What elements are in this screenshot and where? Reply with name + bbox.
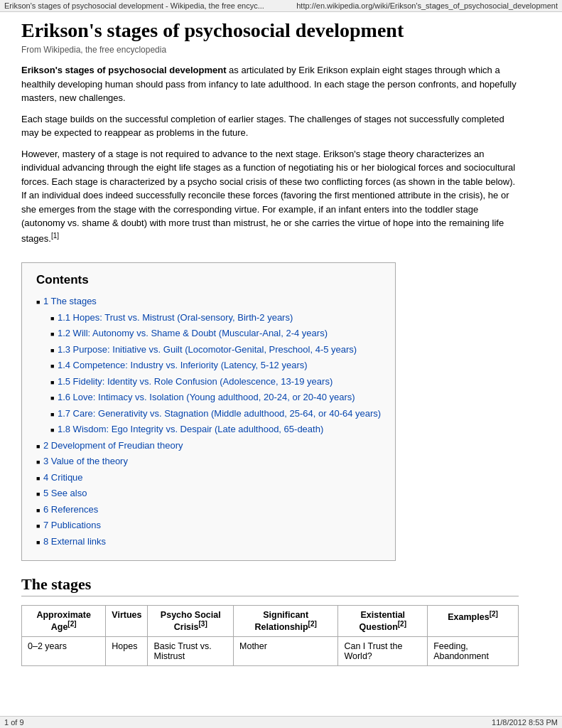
contents-heading: Contents <box>36 273 381 287</box>
browser-bar: Erikson's stages of psychosocial develop… <box>0 0 562 12</box>
contents-item: 1 The stages1.1 Hopes: Trust vs. Mistrus… <box>36 294 381 437</box>
table-header: Psycho Social Crisis[3] <box>148 606 234 637</box>
contents-item: 4 Critique <box>36 471 381 485</box>
contents-subitem: 1.8 Wisdom: Ego Integrity vs. Despair (L… <box>50 422 381 437</box>
footer-right: 11/8/2012 8:53 PM <box>492 718 558 727</box>
intro-paragraph-2: Each stage builds on the successful comp… <box>21 112 519 140</box>
contents-subitem: 1.4 Competence: Industry vs. Inferiority… <box>50 358 381 373</box>
contents-subitem: 1.1 Hopes: Trust vs. Mistrust (Oral-sens… <box>50 311 381 325</box>
main-content: Erikson's stages of psychosocial develop… <box>0 12 540 695</box>
table-cell-age: 0–2 years <box>22 637 106 666</box>
page-title: Erikson's stages of psychosocial develop… <box>21 19 519 42</box>
contents-item: 3 Value of the theory <box>36 454 381 469</box>
contents-list: 1 The stages1.1 Hopes: Trust vs. Mistrus… <box>36 294 381 548</box>
contents-box: Contents 1 The stages1.1 Hopes: Trust vs… <box>21 262 396 561</box>
contents-subitem: 1.3 Purpose: Initiative vs. Guilt (Locom… <box>50 343 381 357</box>
contents-item: 7 Publications <box>36 518 381 532</box>
table-cell-virtues: Hopes <box>106 637 148 666</box>
intro-bold-text: Erikson's stages of psychosocial develop… <box>21 65 226 75</box>
table-header: Significant Relationship[2] <box>234 606 338 637</box>
intro-paragraph-1: Erikson's stages of psychosocial develop… <box>21 63 519 105</box>
table-row: 0–2 yearsHopesBasic Trust vs. MistrustMo… <box>22 637 519 666</box>
table-cell-examples: Feeding, Abandonment <box>428 637 519 666</box>
contents-subitem: 1.7 Care: Generativity vs. Stagnation (M… <box>50 407 381 421</box>
browser-title: Erikson's stages of psychosocial develop… <box>4 1 264 10</box>
intro-paragraph-3: However, mastery of a stage is not requi… <box>21 147 519 246</box>
stages-section-heading: The stages <box>21 575 519 596</box>
browser-url: http://en.wikipedia.org/wiki/Erikson's_s… <box>296 1 558 10</box>
table-cell-crisis: Basic Trust vs. Mistrust <box>148 637 234 666</box>
table-header: Examples[2] <box>428 606 519 637</box>
contents-subitem: 1.2 Will: Autonomy vs. Shame & Doubt (Mu… <box>50 326 381 341</box>
contents-subitem: 1.6 Love: Intimacy vs. Isolation (Young … <box>50 390 381 405</box>
table-header: Existential Question[2] <box>338 606 428 637</box>
contents-item: 2 Development of Freudian theory <box>36 439 381 453</box>
page-subtitle: From Wikipedia, the free encyclopedia <box>21 45 519 55</box>
contents-item: 6 References <box>36 503 381 517</box>
footer: 1 of 9 11/8/2012 8:53 PM <box>0 716 562 728</box>
table-cell-question: Can I Trust the World? <box>338 637 428 666</box>
intro3-text: However, mastery of a stage is not requi… <box>21 149 515 244</box>
contents-subitem: 1.5 Fidelity: Identity vs. Role Confusio… <box>50 375 381 389</box>
contents-item: 5 See also <box>36 486 381 500</box>
table-header: Virtues <box>106 606 148 637</box>
table-header: Approximate Age[2] <box>22 606 106 637</box>
contents-item: 8 External links <box>36 535 381 549</box>
footer-left: 1 of 9 <box>4 718 24 727</box>
stages-table: Approximate Age[2]VirtuesPsycho Social C… <box>21 605 519 666</box>
intro3-sup: [1] <box>51 232 59 240</box>
table-cell-relationship: Mother <box>234 637 338 666</box>
